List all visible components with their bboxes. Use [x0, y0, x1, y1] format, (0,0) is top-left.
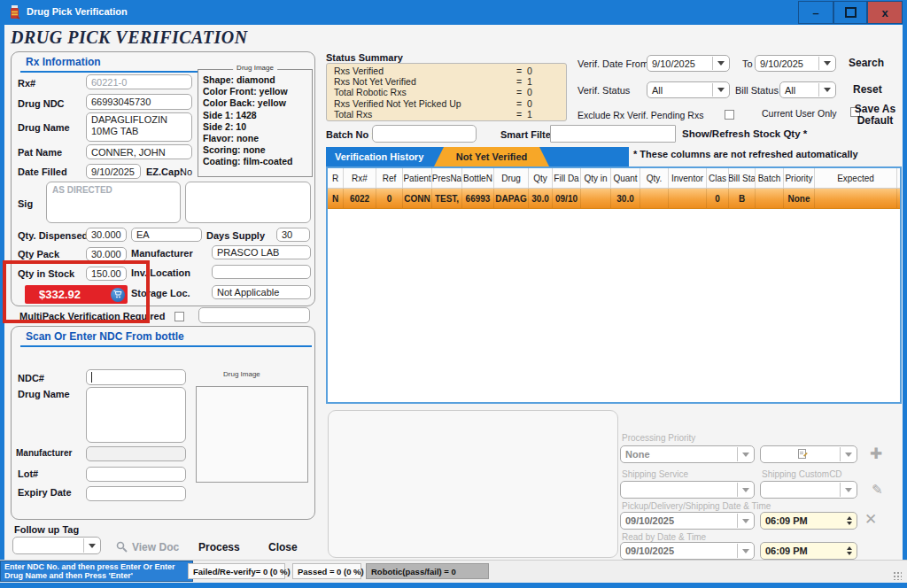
uom-field[interactable]: EA — [131, 228, 202, 242]
column-header[interactable]: Bill Sta — [729, 168, 756, 188]
column-header[interactable]: BottleN — [462, 168, 494, 188]
window-title: Drug Pick Verification — [27, 6, 128, 17]
minimize-button[interactable]: – — [798, 1, 833, 24]
close-window-button[interactable]: x — [867, 1, 903, 24]
stock-price-button[interactable]: $332.92 — [25, 285, 128, 304]
days-supply-field[interactable]: 30 — [276, 228, 310, 242]
exclude-pending-checkbox[interactable] — [725, 110, 734, 120]
verif-date-from-dropdown[interactable]: 9/10/2025 — [647, 55, 730, 72]
tab-not-yet-verified[interactable]: Not Yet Verified — [434, 147, 549, 166]
shipping-service-dropdown[interactable] — [620, 481, 755, 499]
scan-lot-field[interactable] — [86, 467, 186, 482]
text-caret — [91, 372, 92, 383]
shipping-service-label: Shipping Service — [622, 469, 688, 479]
scan-expiry-field[interactable] — [86, 486, 186, 501]
column-header[interactable]: Fill Da — [553, 168, 581, 188]
drug-image-detail-line: Flavor: none — [203, 133, 312, 144]
column-header[interactable]: Qty. — [640, 168, 669, 188]
scan-drug-name-field[interactable] — [86, 387, 186, 443]
pickup-date-dropdown[interactable]: 09/10/2025 — [620, 512, 755, 530]
close-button[interactable]: Close — [268, 541, 298, 553]
follow-up-tag-dropdown[interactable] — [12, 537, 101, 554]
storage-loc-field[interactable]: Not Applicable — [212, 285, 311, 299]
time-spinner-icon[interactable] — [843, 546, 852, 555]
batch-no-input[interactable] — [372, 125, 477, 143]
multipack-checkbox[interactable] — [174, 312, 184, 321]
verif-status-dropdown[interactable]: All — [647, 81, 730, 98]
drug-image-detail-line: Coating: film-coated — [203, 156, 312, 167]
manufacturer-field[interactable]: PRASCO LAB — [212, 245, 311, 259]
tab-verification-history[interactable]: Verification History — [335, 147, 423, 166]
drug-name-field[interactable]: DAPAGLIFLOZIN 10MG TAB — [86, 112, 192, 142]
drug-pick-verification-window: Drug Pick Verification – x DRUG PICK VER… — [0, 0, 907, 588]
multipack-field[interactable] — [198, 307, 310, 323]
pat-name-label: Pat Name — [18, 147, 62, 158]
column-header[interactable]: Expected — [815, 168, 897, 188]
qty-dispensed-field[interactable]: 30.000 — [86, 228, 127, 242]
drug-image-detail-line: Scoring: none — [203, 144, 312, 156]
qty-pack-field[interactable]: 30.000 — [86, 247, 127, 261]
pickup-time-field[interactable]: 06:09 PM — [760, 512, 857, 530]
app-icon — [9, 5, 20, 23]
column-header[interactable]: Patient — [403, 168, 432, 188]
inv-location-field[interactable] — [212, 265, 311, 279]
table-cell: CONN — [403, 189, 432, 208]
table-row[interactable]: N60220CONNTEST,66993DAPAG30.009/1030.00B… — [328, 189, 900, 209]
passed-counter: Passed = 0 (0 %) — [292, 563, 361, 579]
summary-row: Total Robotic Rxs= 0 — [334, 87, 559, 97]
table-cell: 0 — [707, 189, 729, 208]
resize-grip[interactable] — [893, 571, 902, 580]
column-header[interactable]: R — [328, 168, 344, 188]
bill-status-dropdown[interactable]: All — [779, 81, 836, 98]
column-header[interactable]: Drug — [494, 168, 529, 188]
drug-ndc-field[interactable]: 66993045730 — [86, 94, 192, 110]
column-header[interactable]: Qty — [529, 168, 553, 188]
shipping-customcd-dropdown[interactable] — [760, 481, 857, 499]
column-header[interactable]: Rx# — [344, 168, 376, 188]
ez-cap-value: No — [180, 166, 192, 177]
column-header[interactable]: Quant — [611, 168, 640, 188]
edit-pencil-icon[interactable]: ✎ — [872, 483, 883, 496]
process-button[interactable]: Process — [198, 541, 240, 553]
smart-filter-label: Smart Filter — [500, 129, 554, 140]
search-button[interactable]: Search — [849, 57, 884, 69]
qty-in-stock-field[interactable]: 150.00 — [86, 267, 127, 281]
scan-ndc-field[interactable] — [86, 369, 186, 385]
reset-button[interactable]: Reset — [853, 83, 882, 96]
clear-icon[interactable]: ✕ — [864, 513, 877, 526]
time-spinner-icon[interactable] — [843, 516, 852, 525]
date-filled-field[interactable]: 9/10/2025 — [86, 164, 141, 179]
statusbar-message: Enter NDC No. and then press Enter Or En… — [0, 561, 193, 582]
column-header[interactable]: Inventor — [669, 168, 707, 188]
column-header[interactable]: Batch — [756, 168, 784, 188]
column-header[interactable]: Qty in — [581, 168, 611, 188]
rx-number-field[interactable]: 60221-0 — [86, 74, 192, 89]
column-header[interactable]: Priority — [784, 168, 815, 188]
verif-date-to-dropdown[interactable]: 9/10/2025 — [755, 55, 836, 72]
table-header: RRx#RefPatientPresNaBottleNDrugQtyFill D… — [328, 168, 900, 189]
sig-field[interactable]: AS DIRECTED — [46, 182, 181, 223]
rx-number-label: Rx# — [18, 78, 35, 89]
save-as-default-button[interactable]: Save As Default — [852, 104, 898, 127]
column-header[interactable]: Clas — [707, 168, 729, 188]
processing-priority-dropdown[interactable]: None — [620, 445, 755, 463]
show-refresh-stock-button[interactable]: Show/Refresh Stock Qty * — [682, 128, 807, 139]
pickup-date-value: 09/10/2025 — [625, 515, 674, 526]
table-cell — [669, 189, 707, 208]
table-cell: DAPAG — [494, 189, 529, 208]
column-header[interactable]: PresNa — [432, 168, 462, 188]
pat-name-field[interactable]: CONNER, JOHN — [86, 144, 192, 159]
sig-field-2[interactable] — [185, 182, 311, 223]
column-header[interactable]: Ref — [376, 168, 403, 188]
scan-manufacturer-label: Manufacturer — [16, 448, 72, 458]
priority-note-dropdown[interactable] — [760, 445, 857, 463]
read-by-date-value: 09/10/2025 — [625, 545, 674, 556]
maximize-button[interactable] — [833, 1, 867, 24]
add-icon[interactable]: ✚ — [870, 447, 882, 460]
stock-price-value: $332.92 — [39, 288, 81, 301]
scan-manufacturer-field[interactable] — [86, 446, 186, 461]
view-doc-button[interactable]: View Doc — [132, 541, 179, 553]
read-by-date-dropdown[interactable]: 09/10/2025 — [620, 542, 755, 560]
smart-filter-input[interactable] — [550, 125, 676, 143]
read-by-time-field[interactable]: 06:09 PM — [760, 542, 857, 560]
